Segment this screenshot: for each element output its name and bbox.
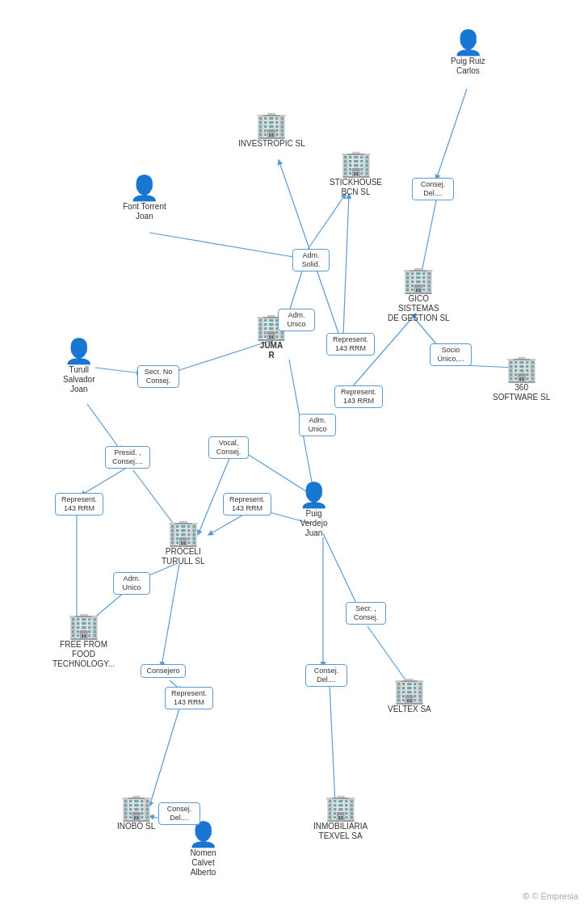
- represent-143-4-badge[interactable]: Represent. 143 RRM: [55, 493, 103, 516]
- represent-143-1-badge[interactable]: Represent. 143 RRM: [326, 333, 375, 356]
- gico-icon: 🏢: [402, 267, 435, 292]
- svg-line-28: [323, 533, 359, 610]
- adm-unico-2-badge[interactable]: Adm. Unico: [299, 414, 336, 436]
- investropic-icon: 🏢: [255, 112, 288, 137]
- puig-ruiz-carlos-icon: 👤: [453, 31, 483, 55]
- inobo-icon: 🏢: [120, 794, 153, 820]
- puig-verdejo-label: Puig Verdejo Juan: [300, 509, 328, 538]
- svg-line-3: [307, 194, 346, 250]
- diagram: 🏢 INVESTROPIC SL 🏢 STICKHOUSE BCN SL 👤 P…: [0, 0, 588, 909]
- svg-line-12: [87, 404, 121, 451]
- gico-label: GICO SISTEMAS DE GESTION SL: [388, 294, 450, 323]
- freefrom-node: 🏢 FREE FROM FOOD TECHNOLOGY...: [52, 612, 115, 669]
- gico-node: 🏢 GICO SISTEMAS DE GESTION SL: [388, 267, 450, 323]
- proceli-label: PROCELI TURULL SL: [162, 547, 205, 566]
- stickhouse-node: 🏢 STICKHOUSE BCN SL: [330, 150, 382, 197]
- copyright-symbol: ©: [523, 891, 529, 901]
- adm-unico-3-badge[interactable]: Adm. Unico: [113, 572, 150, 595]
- svg-line-10: [95, 368, 141, 373]
- svg-line-6: [343, 194, 349, 335]
- watermark-text: © Empresia: [531, 891, 578, 901]
- presid-consej-badge[interactable]: Presid. , Consej....: [105, 446, 150, 469]
- consej-del-2-badge[interactable]: Consej. Del....: [305, 664, 347, 687]
- svg-line-25: [149, 709, 179, 806]
- nomen-icon: 👤: [188, 823, 218, 847]
- turull-label: Turull Salvador Joan: [63, 365, 94, 394]
- svg-line-2: [149, 233, 303, 259]
- proceli-node: 🏢 PROCELI TURULL SL: [162, 520, 205, 566]
- software360-node: 🏢 360 SOFTWARE SL: [493, 356, 550, 402]
- nomen-label: Nomen Calvet Alberto: [190, 848, 216, 877]
- consejero-badge[interactable]: Consejero: [141, 664, 186, 678]
- inmobiliaria-icon: 🏢: [325, 794, 357, 820]
- svg-line-31: [330, 684, 335, 804]
- puig-verdejo-icon: 👤: [299, 483, 329, 507]
- software360-label: 360 SOFTWARE SL: [493, 383, 550, 402]
- watermark: © © Empresia: [523, 891, 578, 901]
- represent-143-5-badge[interactable]: Represent. 143 RRM: [165, 687, 213, 709]
- represent-143-2-badge[interactable]: Represent. 143 RRM: [334, 385, 383, 408]
- svg-line-0: [436, 89, 467, 179]
- puig-ruiz-carlos-label: Puig Ruiz Carlos: [451, 57, 485, 76]
- consej-del-1-badge[interactable]: Consej. Del....: [412, 178, 454, 200]
- proceli-icon: 🏢: [167, 520, 200, 545]
- font-torrent-icon: 👤: [129, 176, 159, 200]
- font-torrent-label: Font Torrent Joan: [123, 202, 166, 221]
- stickhouse-icon: 🏢: [340, 150, 372, 176]
- adm-solid-badge[interactable]: Adm. Solid.: [292, 249, 330, 271]
- investropic-label: INVESTROPIC SL: [238, 139, 305, 149]
- investropic-node: 🏢 INVESTROPIC SL: [238, 112, 305, 149]
- freefrom-icon: 🏢: [68, 612, 100, 638]
- vocal-consej-badge[interactable]: Vocal, Consej.: [208, 436, 249, 459]
- consej-del-3-badge[interactable]: Consej. Del....: [158, 802, 200, 825]
- font-torrent-node: 👤 Font Torrent Joan: [123, 176, 166, 221]
- software360-icon: 🏢: [506, 356, 538, 381]
- inobo-node: 🏢 INOBO SL: [117, 794, 155, 831]
- inmobiliaria-label: INMOBILIARIA TEXVEL SA: [313, 822, 368, 841]
- veltex-node: 🏢 VELTEX SA: [388, 677, 431, 714]
- turull-icon: 👤: [64, 339, 94, 364]
- represent-143-3-badge[interactable]: Represent. 143 RRM: [223, 493, 271, 516]
- secr-consej-badge[interactable]: Secr. , Consej.: [346, 602, 386, 625]
- nomen-node: 👤 Nomen Calvet Alberto: [188, 823, 218, 877]
- svg-line-16: [208, 513, 246, 535]
- stickhouse-label: STICKHOUSE BCN SL: [330, 178, 382, 197]
- jumar-label: JUMAR: [260, 341, 283, 360]
- veltex-label: VELTEX SA: [388, 705, 431, 714]
- svg-line-23: [162, 564, 179, 667]
- adm-unico-1-badge[interactable]: Adm. Unico: [278, 309, 315, 331]
- svg-line-13: [81, 469, 125, 495]
- turull-node: 👤 Turull Salvador Joan: [63, 339, 94, 394]
- freefrom-label: FREE FROM FOOD TECHNOLOGY...: [52, 640, 115, 669]
- inobo-label: INOBO SL: [117, 822, 155, 831]
- socio-unico-badge[interactable]: Socio Único,...: [430, 343, 472, 366]
- puig-ruiz-carlos-node: 👤 Puig Ruiz Carlos: [451, 31, 485, 76]
- puig-verdejo-node: 👤 Puig Verdejo Juan: [299, 483, 329, 538]
- inmobiliaria-node: 🏢 INMOBILIARIA TEXVEL SA: [313, 794, 368, 841]
- secr-no-consej-badge[interactable]: Secr. No Consej.: [137, 365, 179, 388]
- veltex-icon: 🏢: [393, 677, 426, 703]
